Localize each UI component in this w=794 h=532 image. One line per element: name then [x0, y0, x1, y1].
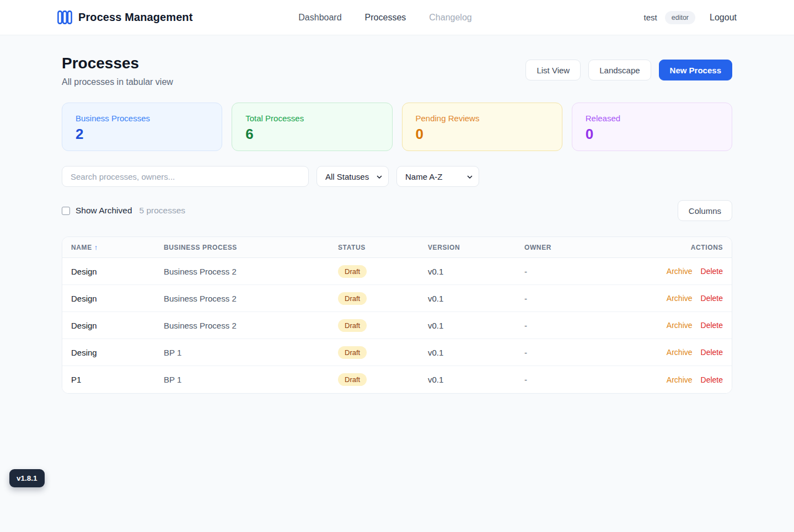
delete-link[interactable]: Delete — [701, 348, 723, 357]
status-filter: All Statuses — [316, 166, 389, 187]
sort-filter: Name A-Z — [396, 166, 479, 187]
version: v0.1 — [428, 267, 524, 276]
page-title: Processes — [62, 55, 173, 72]
business-process: Business Process 2 — [164, 267, 338, 276]
sort-select[interactable]: Name A-Z — [396, 166, 479, 187]
stat-label: Total Processes — [245, 114, 378, 123]
archive-link[interactable]: Archive — [667, 375, 693, 384]
column-header-version[interactable]: VERSION — [428, 244, 524, 251]
version: v0.1 — [428, 294, 524, 303]
columns-logo-icon — [57, 10, 72, 24]
stat-value: 0 — [586, 126, 718, 143]
process-name: Design — [71, 321, 164, 330]
show-archived-checkbox[interactable] — [62, 207, 70, 215]
stat-label: Business Processes — [76, 114, 208, 123]
table-header-row: NAME↑ BUSINESS PROCESS STATUS VERSION OW… — [62, 237, 732, 258]
table-row: Design Business Process 2 Draft v0.1 - A… — [62, 285, 732, 312]
user-area: test editor Logout — [644, 11, 737, 24]
column-header-owner[interactable]: OWNER — [524, 244, 662, 251]
archive-link[interactable]: Archive — [667, 348, 693, 357]
process-name: Design — [71, 267, 164, 276]
process-name: Desing — [71, 348, 164, 357]
stat-value: 2 — [76, 126, 208, 143]
column-header-status[interactable]: STATUS — [338, 244, 428, 251]
process-name: Design — [71, 294, 164, 303]
username-label: test — [644, 13, 657, 22]
page-header: Processes All processes in tabular view … — [62, 55, 732, 87]
stat-card-released: Released 0 — [572, 103, 732, 151]
owner: - — [524, 267, 662, 276]
status-badge: Draft — [338, 373, 367, 386]
app-version-badge: v1.8.1 — [9, 469, 45, 487]
main-nav: Dashboard Processes Changelog — [298, 13, 471, 23]
sort-ascending-icon: ↑ — [94, 243, 98, 251]
show-archived-label: Show Archived — [76, 206, 132, 216]
stat-label: Pending Reviews — [416, 114, 549, 123]
table-row: Design Business Process 2 Draft v0.1 - A… — [62, 258, 732, 285]
version: v0.1 — [428, 375, 524, 384]
business-process: Business Process 2 — [164, 294, 338, 303]
status-badge: Draft — [338, 346, 367, 359]
status-filter-select[interactable]: All Statuses — [316, 166, 389, 187]
version: v0.1 — [428, 321, 524, 330]
table-row: Desing BP 1 Draft v0.1 - Archive Delete — [62, 339, 732, 366]
owner: - — [524, 348, 662, 357]
table-row: P1 BP 1 Draft v0.1 - Archive Delete — [62, 366, 732, 393]
list-view-button[interactable]: List View — [525, 60, 581, 80]
delete-link[interactable]: Delete — [701, 321, 723, 330]
process-name: P1 — [71, 375, 164, 384]
status-badge: Draft — [338, 319, 367, 332]
table-toolbar: Show Archived 5 processes Columns — [62, 200, 732, 221]
column-header-name[interactable]: NAME↑ — [71, 243, 164, 251]
app-title: Process Management — [78, 11, 192, 24]
filter-bar: All Statuses Name A-Z — [62, 166, 732, 187]
owner: - — [524, 375, 662, 384]
business-process: BP 1 — [164, 375, 338, 384]
brand[interactable]: Process Management — [57, 10, 192, 24]
stat-card-business-processes: Business Processes 2 — [62, 103, 222, 151]
column-header-business-process[interactable]: BUSINESS PROCESS — [164, 244, 338, 251]
logout-button[interactable]: Logout — [710, 13, 737, 23]
page-subtitle: All processes in tabular view — [62, 77, 173, 87]
view-actions: List View Landscape New Process — [525, 60, 732, 80]
stat-value: 6 — [245, 126, 378, 143]
new-process-button[interactable]: New Process — [659, 60, 732, 80]
delete-link[interactable]: Delete — [701, 267, 723, 276]
app-viewport: Process Management Dashboard Processes C… — [0, 0, 794, 532]
search-input[interactable] — [62, 166, 309, 187]
nav-item-dashboard[interactable]: Dashboard — [298, 13, 341, 23]
stat-card-total-processes: Total Processes 6 — [232, 103, 392, 151]
stat-card-pending-reviews: Pending Reviews 0 — [402, 103, 562, 151]
status-badge: Draft — [338, 292, 367, 305]
landscape-button[interactable]: Landscape — [588, 60, 651, 80]
owner: - — [524, 294, 662, 303]
archive-link[interactable]: Archive — [667, 321, 693, 330]
table-row: Design Business Process 2 Draft v0.1 - A… — [62, 312, 732, 339]
business-process: Business Process 2 — [164, 321, 338, 330]
stat-value: 0 — [416, 126, 549, 143]
version: v0.1 — [428, 348, 524, 357]
archive-link[interactable]: Archive — [667, 267, 693, 276]
main-content: Processes All processes in tabular view … — [62, 35, 732, 394]
business-process: BP 1 — [164, 348, 338, 357]
nav-item-processes[interactable]: Processes — [365, 13, 406, 23]
owner: - — [524, 321, 662, 330]
top-navbar: Process Management Dashboard Processes C… — [0, 0, 794, 35]
archive-link[interactable]: Archive — [667, 294, 693, 303]
stat-label: Released — [586, 114, 718, 123]
columns-button[interactable]: Columns — [678, 200, 732, 221]
nav-item-changelog[interactable]: Changelog — [429, 13, 471, 23]
column-header-actions: ACTIONS — [691, 244, 723, 251]
stat-cards: Business Processes 2 Total Processes 6 P… — [62, 103, 732, 151]
process-count: 5 processes — [140, 206, 186, 216]
delete-link[interactable]: Delete — [701, 375, 723, 384]
role-badge: editor — [665, 11, 695, 24]
processes-table: NAME↑ BUSINESS PROCESS STATUS VERSION OW… — [62, 237, 732, 394]
delete-link[interactable]: Delete — [701, 294, 723, 303]
status-badge: Draft — [338, 265, 367, 278]
